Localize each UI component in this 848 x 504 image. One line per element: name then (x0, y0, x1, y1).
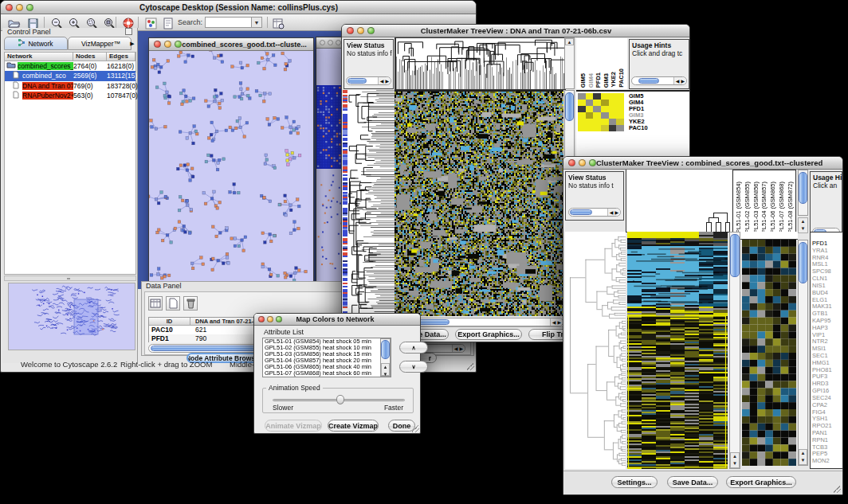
column-header-edges[interactable]: Edges (107, 53, 135, 61)
panel-splitter[interactable] (4, 275, 136, 281)
vizmapper-icon[interactable] (144, 17, 158, 30)
window-controls[interactable] (149, 41, 182, 48)
column-header-network[interactable]: Network (5, 53, 73, 61)
heatmap-cell (578, 93, 586, 100)
column-header-nodes[interactable]: Nodes (73, 53, 107, 61)
network-overview-thumbnail[interactable] (8, 283, 135, 350)
dialog-button-done[interactable]: Done (388, 420, 415, 432)
search-dropdown-arrow[interactable]: ▼ (251, 17, 262, 28)
zoom-button[interactable] (336, 40, 341, 45)
table-mode-icon[interactable] (148, 296, 163, 311)
dna-button-export-graphics-[interactable]: Export Graphics... (455, 329, 522, 340)
combined-zoom-heatmap[interactable] (742, 240, 796, 466)
network-window-title-bar[interactable]: combined_scores_good.txt--cluste... (149, 38, 313, 51)
combined-resize-grip[interactable] (834, 486, 841, 493)
dialog-button-create-vizmap[interactable]: Create Vizmap (328, 420, 379, 432)
window-controls[interactable] (1, 4, 33, 11)
combined-vscrollbar[interactable]: ▲▼ (729, 232, 740, 469)
edge-count: 107847(0) (107, 92, 138, 100)
close-button[interactable] (258, 316, 265, 322)
zoom-button[interactable] (26, 4, 33, 11)
combined-labels-scroll-arrows[interactable]: ▲▼ (798, 217, 808, 233)
combined-global-heatmap[interactable] (627, 232, 728, 469)
dna-zoom-heatmap[interactable] (578, 93, 624, 131)
heatmap-cell (616, 100, 624, 106)
close-button[interactable] (154, 41, 161, 48)
attribute-list[interactable]: GPL51-01 (GSM854) heat shock 05 minGPL51… (262, 338, 391, 377)
combined-zoom-vscrollbar[interactable]: ▲▼ (798, 240, 808, 466)
network-row[interactable]: DNA and Tran 07769(0)183728(0) (5, 81, 135, 91)
network-view-window[interactable]: combined_scores_good.txt--cluste... (148, 37, 314, 289)
minimize-button[interactable] (579, 159, 586, 166)
toolbar-separator (267, 17, 268, 28)
zoom-button[interactable] (367, 27, 375, 34)
delete-attribute-icon[interactable] (183, 296, 198, 311)
dna-title-bar[interactable]: ClusterMaker TreeView : DNA and Tran 07-… (342, 25, 689, 37)
move-up-button[interactable]: ∧ (399, 342, 428, 354)
zoom-button[interactable] (276, 316, 282, 322)
combined-usage-hints-panel: Usage Hi Click an (810, 171, 842, 240)
heatmap-cell (593, 93, 601, 100)
new-attribute-icon[interactable] (166, 296, 180, 311)
dialog-button-animate-vizmap[interactable]: Animate Vizmap (265, 420, 322, 432)
speed-slider-thumb[interactable] (336, 395, 344, 404)
close-button[interactable] (6, 4, 13, 11)
dna-top-scroll-strip[interactable]: ▲ (564, 37, 575, 89)
dna-row-dendrogram[interactable] (347, 90, 395, 315)
network-window-title: combined_scores_good.txt--cluste... (182, 41, 313, 49)
minimize-button[interactable] (164, 41, 171, 48)
annotation-icon[interactable] (162, 17, 175, 30)
combined-button-save-data-[interactable]: Save Data... (667, 476, 718, 488)
heatmap-cell (616, 125, 624, 131)
minimize-button[interactable] (267, 316, 273, 322)
heatmap-cell (601, 125, 609, 131)
network-row[interactable]: combined_scores_2764(0)16218(0) (5, 61, 135, 71)
window-controls[interactable] (342, 27, 375, 34)
main-title-bar[interactable]: Cytoscape Desktop (Session Name: collins… (1, 1, 476, 14)
attribute-item[interactable]: GPL51-07 (GSM868) heat shock 60 min (263, 370, 391, 377)
zoom-button[interactable] (589, 159, 596, 166)
edge-count: 183728(0) (107, 82, 138, 90)
combined-button-settings-[interactable]: Settings... (611, 476, 658, 488)
zoom-button[interactable] (175, 41, 182, 48)
minimize-button[interactable] (357, 27, 364, 34)
heatmap-cell (609, 119, 617, 125)
close-button[interactable] (347, 27, 354, 34)
heatmap-cell (616, 93, 624, 100)
attribute-browser-icon[interactable] (272, 17, 285, 30)
tab-overflow-arrow[interactable]: ▶ (128, 39, 136, 49)
network-row[interactable]: combined_sco2569(6)13112(15) (5, 71, 135, 80)
attribute-list-vscrollbar[interactable]: ▲▼ (380, 338, 391, 377)
heatmap-cell (593, 100, 601, 106)
dna-column-dendrogram[interactable] (395, 37, 566, 90)
network-row[interactable]: RNAPuberNov2+I563(0)107847(0) (5, 91, 135, 100)
minimize-button[interactable] (16, 4, 23, 11)
minimize-button[interactable] (328, 40, 333, 45)
combined-column-dendrogram[interactable] (626, 170, 732, 232)
heatmap-cell (586, 119, 594, 125)
dna-heatmap[interactable] (395, 90, 563, 316)
float-panel-icon[interactable] (125, 28, 132, 35)
close-button[interactable] (568, 159, 575, 166)
network-table: NetworkNodesEdgescombined_scores_2764(0)… (4, 52, 136, 275)
combined-labels-vscrollbar[interactable] (798, 170, 808, 216)
view-status-hscrollbar[interactable]: ◀▶ (346, 76, 391, 85)
usage-hints-hscrollbar[interactable]: ◀▶ (631, 76, 687, 85)
resize-grip[interactable] (467, 363, 474, 370)
heatmap-cell (586, 93, 594, 100)
combined-button-export-graphics-[interactable]: Export Graphics... (726, 476, 796, 488)
gene-label[interactable]: MON2 (811, 458, 842, 465)
combined-row-dendrogram[interactable] (565, 232, 626, 469)
close-button[interactable] (320, 40, 325, 45)
tab-network[interactable]: Network (4, 37, 68, 50)
dialog-title-bar[interactable]: Map Colors to Network (254, 314, 420, 326)
window-controls[interactable] (563, 159, 596, 166)
column-header[interactable]: ID (149, 318, 190, 326)
tab-vizmapper[interactable]: VizMapper™ (68, 37, 132, 50)
network-view-canvas[interactable] (149, 51, 313, 289)
combined-title-bar[interactable]: ClusterMaker TreeView : combined_scores_… (563, 157, 842, 170)
view-status-hscrollbar[interactable]: ◀▶ (568, 208, 621, 217)
move-down-button[interactable]: ∨ (399, 361, 428, 373)
heatmap-cell (609, 106, 617, 112)
dialog-resize-grip[interactable] (412, 425, 419, 432)
